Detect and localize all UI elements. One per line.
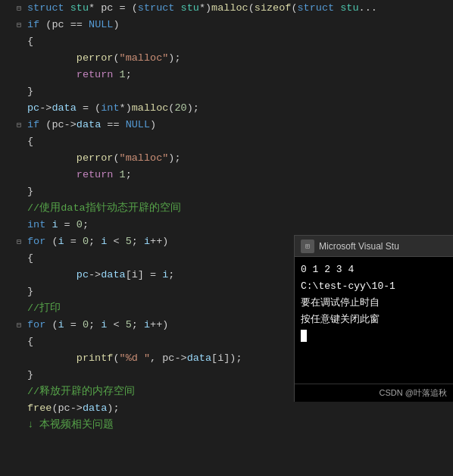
fold-indicator[interactable] [17, 251, 27, 268]
code-line: ⊟if (pc->data == NULL) [17, 117, 453, 133]
fold-indicator[interactable]: ⊟ [17, 17, 27, 34]
fold-indicator[interactable] [17, 334, 27, 351]
terminal-cursor-line [301, 328, 447, 345]
code-line: int i = 0; [17, 217, 453, 233]
terminal-body: 0 1 2 3 4C:\test-cyy\10-1要在调试停止时自按任意键关闭此… [295, 257, 453, 384]
fold-indicator[interactable] [17, 84, 27, 101]
code-line: //使用data指针动态开辟的空间 [17, 200, 453, 217]
fold-indicator[interactable] [17, 134, 27, 151]
fold-indicator[interactable]: ⊟ [17, 1, 27, 17]
code-line: { [17, 33, 453, 50]
fold-indicator[interactable] [17, 151, 27, 168]
terminal-line: C:\test-cyy\10-1 [301, 278, 447, 295]
code-line: pc->data = (int*)malloc(20); [17, 100, 453, 117]
code-line: ↓ 本视频相关问题 [17, 417, 453, 434]
fold-indicator[interactable]: ⊟ [17, 117, 27, 134]
fold-indicator[interactable] [17, 34, 27, 51]
code-line: return 1; [17, 167, 453, 183]
fold-indicator[interactable] [17, 368, 27, 384]
fold-indicator[interactable] [17, 51, 27, 67]
fold-indicator[interactable] [17, 384, 27, 401]
code-line: ⊟struct stu* pc = (struct stu*)malloc(si… [17, 0, 453, 17]
fold-indicator[interactable] [17, 401, 27, 418]
fold-indicator[interactable] [17, 67, 27, 84]
terminal-footer: CSDN @叶落追秋 [295, 384, 453, 402]
terminal-line: 要在调试停止时自 [301, 295, 447, 312]
code-line: perror("malloc"); [17, 150, 453, 167]
fold-indicator[interactable] [17, 284, 27, 301]
terminal-line: 0 1 2 3 4 [301, 261, 447, 278]
code-line: { [17, 133, 453, 150]
fold-indicator[interactable] [17, 218, 27, 234]
fold-indicator[interactable] [17, 268, 27, 284]
terminal-line: 按任意键关闭此窗 [301, 312, 447, 328]
fold-indicator[interactable] [17, 101, 27, 117]
code-line: perror("malloc"); [17, 50, 453, 67]
editor-container: ⊟struct stu* pc = (struct stu*)malloc(si… [0, 0, 453, 476]
fold-indicator[interactable] [17, 301, 27, 318]
terminal-icon: ⊞ [301, 240, 314, 253]
fold-indicator[interactable] [17, 201, 27, 218]
fold-indicator[interactable]: ⊟ [17, 318, 27, 334]
code-line: ⊟if (pc == NULL) [17, 17, 453, 33]
code-line: return 1; [17, 67, 453, 83]
code-line: } [17, 83, 453, 100]
code-line: free(pc->data); [17, 400, 453, 417]
terminal-titlebar: ⊞ Microsoft Visual Stu [295, 236, 453, 257]
fold-indicator[interactable] [17, 418, 27, 434]
fold-indicator[interactable] [17, 168, 27, 184]
line-numbers [0, 0, 14, 476]
terminal-overlay: ⊞ Microsoft Visual Stu 0 1 2 3 4C:\test-… [294, 235, 453, 402]
fold-indicator[interactable] [17, 351, 27, 368]
code-line: } [17, 183, 453, 200]
cursor-block [301, 330, 307, 342]
fold-indicator[interactable]: ⊟ [17, 234, 27, 251]
terminal-title: Microsoft Visual Stu [319, 241, 399, 252]
fold-indicator[interactable] [17, 184, 27, 201]
